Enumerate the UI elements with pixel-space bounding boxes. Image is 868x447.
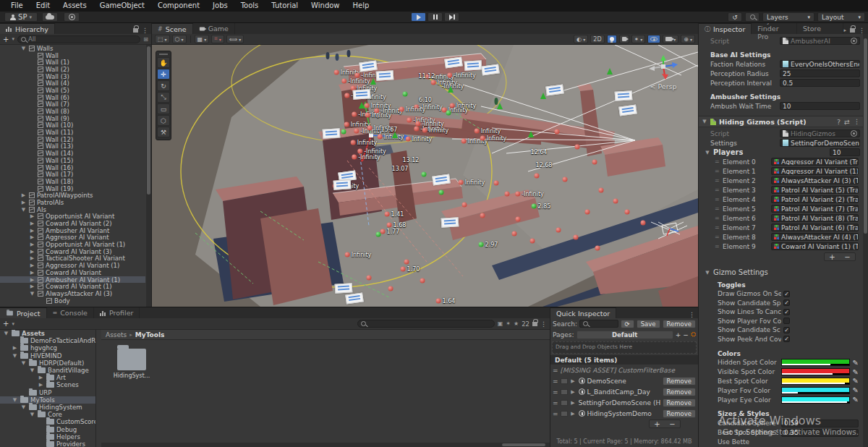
- remove-page-button[interactable]: −: [683, 331, 689, 339]
- hierarchy-item[interactable]: Wall (14): [0, 150, 145, 157]
- hierarchy-item[interactable]: ▶Coward AI Variant (2): [0, 220, 145, 227]
- script-field[interactable]: AmbusherAI: [780, 37, 860, 45]
- tab-asset-store-upload[interactable]: Asset Store Uploa: [797, 23, 843, 34]
- qi-remove-button[interactable]: Remove: [663, 399, 697, 407]
- refresh-button[interactable]: ⟳: [621, 320, 634, 328]
- element-object-field[interactable]: Patrol AI Variant (8) (Transform: [771, 214, 859, 222]
- hierarchy-item[interactable]: Wall (11): [0, 129, 145, 136]
- hierarchy-item[interactable]: ▶Coward AI Variant: [0, 269, 145, 276]
- layers-dropdown[interactable]: Layers▾: [762, 12, 814, 22]
- create-button[interactable]: +: [3, 320, 9, 328]
- help-icon[interactable]: ?: [837, 118, 841, 126]
- scene-visibility-button[interactable]: [647, 35, 660, 43]
- menu-item-tutorial[interactable]: Tutorial: [265, 0, 305, 12]
- kebab-menu-icon[interactable]: ⋮: [859, 27, 865, 34]
- hierarchy-item[interactable]: Wall (10): [0, 122, 145, 129]
- hierarchy-item[interactable]: ▶Ambusher AI Variant: [0, 227, 145, 234]
- hg-settings-field[interactable]: SettingForDemoScene (Hiding: [780, 139, 860, 147]
- players-element-row[interactable]: =Element 0Aggressor AI Variant (Transfor: [699, 157, 863, 166]
- color-swatch[interactable]: [781, 387, 850, 394]
- menu-item-help[interactable]: Help: [346, 0, 376, 12]
- hierarchy-scrollbar[interactable]: [146, 45, 151, 307]
- hierarchy-item[interactable]: ▼AIs: [0, 206, 145, 213]
- remove-button[interactable]: Remove: [663, 320, 697, 328]
- hierarchy-item[interactable]: Wall (8): [0, 108, 145, 115]
- search-button[interactable]: [745, 12, 760, 22]
- orientation-gizmo[interactable]: < Persp: [642, 54, 685, 91]
- add-element-button[interactable]: +: [829, 253, 835, 261]
- remove-element-button[interactable]: −: [844, 253, 850, 261]
- play-button[interactable]: [411, 12, 426, 22]
- qi-list-item[interactable]: =▶DemoSceneRemove: [550, 375, 698, 386]
- move-tool-button[interactable]: ✛: [157, 69, 170, 80]
- qi-list-item[interactable]: =▶L_BanditCamp_DayRemove: [550, 386, 698, 397]
- kebab-menu-icon[interactable]: ⋮: [689, 311, 695, 318]
- menu-item-assets[interactable]: Assets: [56, 0, 93, 12]
- players-header-row[interactable]: ▼ Players 10: [699, 148, 863, 157]
- players-element-row[interactable]: =Element 2AlwaysAttacker AI (3) (Transfc: [699, 176, 863, 185]
- menu-item-file[interactable]: File: [4, 0, 30, 12]
- hierarchy-item[interactable]: Wall (18): [0, 178, 145, 185]
- qi-remove-button[interactable]: Remove: [663, 377, 697, 386]
- hg-script-field[interactable]: HidingGizmos: [780, 129, 860, 137]
- hierarchy-item[interactable]: ▶Coward AI Variant (3): [0, 248, 145, 255]
- custom-tool-button[interactable]: ⚒: [157, 127, 170, 137]
- effects-button[interactable]: ✶▾: [631, 35, 646, 43]
- checkbox[interactable]: ✓: [783, 327, 790, 333]
- players-element-row[interactable]: =Element 5Patrol AI Variant (7) (Transfo…: [699, 204, 863, 213]
- menu-item-gameobject[interactable]: GameObject: [93, 0, 151, 12]
- project-tree-item[interactable]: ▼Assets: [0, 330, 95, 337]
- checkbox[interactable]: ✓: [783, 299, 790, 306]
- hierarchy-item[interactable]: Wall (17): [0, 171, 145, 178]
- project-tree-item[interactable]: CustomScorer: [0, 418, 95, 425]
- cloud-button[interactable]: [42, 12, 58, 22]
- account-button[interactable]: SP ▾: [4, 12, 38, 22]
- menu-item-edit[interactable]: Edit: [30, 0, 56, 12]
- foldout-arrow-icon[interactable]: ▼: [705, 150, 710, 156]
- color-swatch[interactable]: [781, 368, 850, 375]
- players-element-row[interactable]: =Element 1Aggressor AI Variant (1) (Tran…: [699, 166, 863, 176]
- transform-tool-button[interactable]: ⬡: [157, 115, 170, 126]
- players-count-field[interactable]: 10: [830, 148, 860, 156]
- element-object-field[interactable]: Patrol AI Variant (5) (Transform: [771, 186, 859, 194]
- hierarchy-item[interactable]: ▶Aggressor AI Variant: [0, 234, 145, 242]
- kebab-menu-icon[interactable]: ⋮: [854, 118, 860, 126]
- save-button[interactable]: Save: [637, 320, 660, 328]
- inspector-scrollbar[interactable]: [863, 34, 868, 447]
- version-control-button[interactable]: [64, 12, 80, 22]
- hiding-gizmos-component-header[interactable]: ▼ Hiding Gizmos (Script) ? ⇄ ⋮: [699, 116, 863, 127]
- qi-list-item[interactable]: =[MISSING ASSET] CustomFilterBase: [550, 365, 698, 375]
- element-object-field[interactable]: AlwaysAttacker AI (4) (Transfc: [771, 233, 859, 241]
- tab-console[interactable]: ≡Console: [47, 307, 94, 318]
- rect-tool-button[interactable]: ▭: [157, 103, 170, 114]
- checkbox[interactable]: ✓: [783, 291, 790, 297]
- object-picker-icon[interactable]: [851, 38, 857, 44]
- players-element-row[interactable]: =Element 3Patrol AI Variant (5) (Transfo…: [699, 185, 863, 195]
- element-object-field[interactable]: Patrol AI Variant (7) (Transform: [771, 205, 859, 213]
- 2d-toggle-button[interactable]: 2D: [590, 35, 604, 43]
- chevron-down-icon[interactable]: ▾: [12, 321, 14, 327]
- hierarchy-item[interactable]: Wall (16): [0, 164, 145, 171]
- qi-search-input[interactable]: [579, 320, 618, 328]
- hierarchy-item[interactable]: Wall (7): [0, 101, 145, 108]
- scene-viewport[interactable]: Infinity-Infinity-InfinityInfinity-Infin…: [152, 45, 698, 307]
- ambush-wait-field[interactable]: 10: [780, 102, 860, 110]
- qi-remove-button[interactable]: Remove: [663, 388, 697, 396]
- element-object-field[interactable]: Patrol AI Variant (6) (Transform: [771, 224, 859, 231]
- tool-pivot-button[interactable]: ⬡▾: [172, 35, 187, 43]
- list-add-remove-buttons[interactable]: +−: [824, 252, 856, 261]
- add-item-button[interactable]: +: [654, 420, 660, 428]
- hierarchy-search-input[interactable]: All: [17, 35, 140, 43]
- tab-object-finder-pro[interactable]: Object Finder Pro: [752, 23, 797, 34]
- perception-radius-field[interactable]: 25: [780, 69, 860, 77]
- folder-tile[interactable]: HidingSyst...: [111, 349, 152, 379]
- element-object-field[interactable]: AlwaysAttacker AI (3) (Transfc: [771, 176, 859, 184]
- qi-add-remove-buttons[interactable]: +−: [649, 420, 681, 428]
- assets-horizontal-scrollbar[interactable]: [101, 443, 550, 447]
- foldout-arrow-icon[interactable]: ▼: [702, 119, 707, 124]
- menu-item-window[interactable]: Window: [305, 0, 346, 12]
- element-object-field[interactable]: Coward AI Variant (1) (Transfo: [771, 242, 859, 250]
- project-tree-item[interactable]: ▼HidingSystem: [0, 404, 95, 411]
- hierarchy-item[interactable]: ▶PatrolAIs: [0, 199, 145, 206]
- project-tree-item[interactable]: ▶Scenes: [0, 381, 95, 388]
